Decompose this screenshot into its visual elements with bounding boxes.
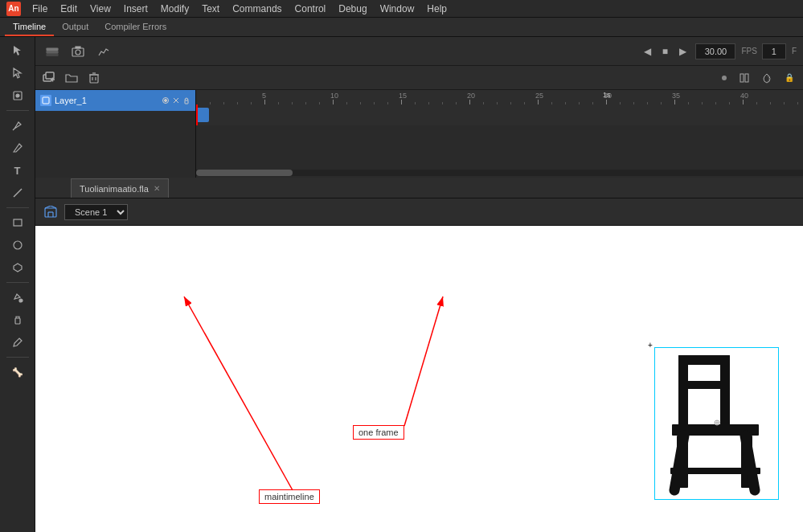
tab-output[interactable]: Output [54,18,96,36]
menu-view[interactable]: View [84,2,117,16]
svg-marker-8 [14,264,22,272]
menu-text[interactable]: Text [195,2,226,16]
svg-marker-16 [76,47,80,48]
frame-track[interactable] [196,104,803,125]
menu-debug[interactable]: Debug [332,2,373,16]
camera-button[interactable] [68,43,88,60]
tool-text[interactable]: T [6,160,30,181]
tool-line[interactable] [6,182,30,203]
tool-ink-bottle[interactable] [6,309,30,330]
timeline-scrollbar[interactable] [196,170,803,176]
add-layer-folder-button[interactable] [63,70,80,86]
layers-icon-button[interactable] [42,43,63,60]
corner-plus: + [648,341,653,350]
menu-window[interactable]: Window [374,2,421,16]
layer-icon [40,95,51,106]
tool-eyedropper[interactable] [6,332,30,353]
frame-view-button[interactable] [735,70,753,86]
svg-line-5 [14,189,22,197]
layer-row[interactable]: Layer_1 [35,90,195,111]
next-frame-button[interactable]: ▶ [674,43,690,59]
tool-paint-bucket[interactable] [6,287,30,308]
tool-pen[interactable] [6,115,30,136]
svg-point-9 [19,299,23,302]
layer-name: Layer_1 [55,96,87,105]
timeline-toolbar: ◀ ■ ▶ FPS F [35,37,803,66]
layer-controls-bar: 🔒 [35,66,803,90]
svg-rect-13 [47,54,58,56]
scene-home-icon [43,206,58,219]
scrollbar-thumb[interactable] [196,170,293,176]
playhead[interactable] [196,104,198,125]
delete-layer-button[interactable] [85,70,103,86]
svg-rect-6 [14,219,22,226]
menu-control[interactable]: Control [289,2,333,16]
scene-bar: Scene 1 [35,198,803,226]
svg-rect-27 [745,74,748,82]
prev-frame-button[interactable]: ◀ [639,43,655,59]
chair-symbol-container[interactable]: + [654,347,779,500]
svg-rect-43 [678,355,730,365]
frame-area: 1s [196,90,803,178]
panel-tabs: Timeline Output Compiler Errors [0,18,803,37]
frame-ruler: 1s [196,90,803,104]
svg-point-15 [76,50,80,55]
stage-canvas[interactable]: + [35,226,803,532]
menu-help[interactable]: Help [420,2,453,16]
tool-separator-1 [6,110,29,111]
svg-rect-10 [15,318,20,324]
menu-file[interactable]: File [26,2,54,16]
doc-tab-close[interactable]: ✕ [154,184,160,193]
menu-commands[interactable]: Commands [226,2,288,16]
svg-rect-21 [90,75,98,83]
tool-bone[interactable]: 🦴 [6,362,30,383]
document-tabs: Tuolianimaatio.fla ✕ [35,178,803,198]
timeline-content: Layer_1 1s [35,90,803,178]
tool-selection[interactable] [6,40,30,61]
menu-modify[interactable]: Modify [154,2,195,16]
tool-separator-2 [6,207,29,208]
frame-number-input[interactable] [762,43,786,59]
tool-pencil[interactable] [6,137,30,158]
svg-rect-11 [47,48,58,51]
menu-insert[interactable]: Insert [117,2,154,16]
canvas-area: Tuolianimaatio.fla ✕ Scene 1 [35,178,803,532]
layer-icons-right [162,96,191,104]
scene-selector[interactable]: Scene 1 [64,204,128,220]
tool-rectangle[interactable] [6,212,30,233]
menu-edit[interactable]: Edit [54,2,84,16]
tool-oval[interactable] [6,235,30,256]
registration-point [713,418,721,429]
frame-label: F [792,47,797,55]
fps-input[interactable] [695,43,735,59]
playback-controls: ◀ ■ ▶ [639,43,690,59]
svg-marker-0 [14,46,21,55]
tab-timeline[interactable]: Timeline [5,18,54,36]
svg-rect-33 [185,100,188,104]
left-toolbar: T 🦴 [0,37,35,532]
svg-rect-42 [720,355,730,428]
menu-bar: An File Edit View Insert Modify Text Com… [0,0,803,18]
doc-tab-fla[interactable]: Tuolianimaatio.fla ✕ [71,178,169,198]
app-logo: An [6,2,21,16]
svg-point-7 [14,241,22,249]
lock-all-button[interactable]: 🔒 [780,70,798,86]
svg-rect-44 [678,381,730,389]
main-area: ◀ ■ ▶ FPS F [35,37,803,532]
svg-rect-26 [740,74,744,82]
ruler-1s-label: 1s [603,91,611,99]
tool-separator-4 [6,357,29,358]
doc-tab-filename: Tuolianimaatio.fla [80,184,149,194]
graph-icon-button[interactable] [93,43,114,60]
tool-transform[interactable] [6,85,30,106]
layer-list: Layer_1 [35,90,196,178]
keyframe-block[interactable] [196,108,209,122]
tool-separator-3 [6,282,29,283]
onion-skin-button[interactable] [758,70,776,86]
tool-subselection[interactable] [6,63,30,84]
svg-point-30 [165,100,167,102]
tab-compiler-errors[interactable]: Compiler Errors [96,18,174,36]
add-layer-button[interactable] [40,70,58,86]
tool-polygon[interactable] [6,257,30,278]
stop-button[interactable]: ■ [657,43,673,59]
